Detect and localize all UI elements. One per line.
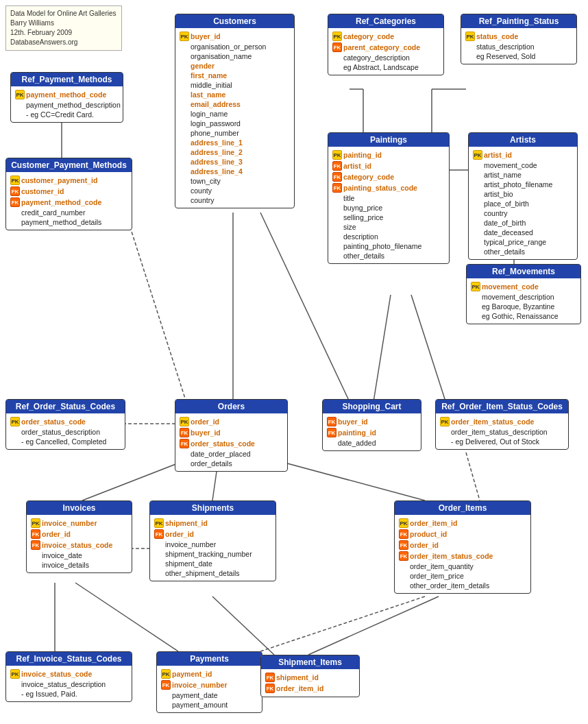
field-name: last_name <box>191 90 225 99</box>
field-row: FK order_item_status_code <box>399 551 526 562</box>
field-row: painting_photo_filename <box>332 241 445 251</box>
field-name: order_item_id <box>276 684 323 692</box>
entity-body-ref-categories: PK category_code FK parent_category_code… <box>328 28 443 75</box>
field-name: shipment_id <box>165 519 208 527</box>
field-name: organisation_name <box>191 52 252 60</box>
field-row: FK invoice_status_code <box>31 540 127 551</box>
field-row: description <box>332 232 445 241</box>
field-name: payment_method_code <box>26 90 106 99</box>
field-row: buyng_price <box>332 203 445 213</box>
svg-line-26 <box>308 596 439 655</box>
entity-title-order-items: Order_Items <box>395 501 530 515</box>
diagram-container: Data Model for Online Art Galleries Barr… <box>0 0 588 724</box>
field-row: PK painting_id <box>332 149 445 160</box>
field-name: shipment_date <box>165 559 212 568</box>
field-row: invoice_details <box>31 560 127 570</box>
field-row: FK shipment_id <box>265 672 355 683</box>
field-row: gender <box>180 61 290 71</box>
field-name: payment_method_code <box>21 198 101 206</box>
entity-body-ref-painting-status: PK status_code status_description eg Res… <box>461 28 576 64</box>
field-name: order_id <box>165 530 194 538</box>
field-name: shipment_tracking_number <box>165 550 252 558</box>
field-name: order_item_id <box>410 519 457 527</box>
field-name: email_address <box>191 100 241 108</box>
field-row: PK invoice_status_code <box>10 668 127 679</box>
field-row: eg Gothic, Renaissance <box>471 311 576 321</box>
field-row: - eg Delivered, Out of Stock <box>440 437 564 446</box>
field-row: order_item_price <box>399 571 526 581</box>
entity-body-paintings: PK painting_id FK artist_id FK category_… <box>328 147 449 263</box>
field-name: address_line_4 <box>191 167 243 176</box>
entity-body-payments: PK payment_id FK invoice_number payment_… <box>157 666 262 712</box>
field-row: PK payment_id <box>161 668 258 679</box>
svg-line-24 <box>75 583 178 651</box>
field-name: address_line_2 <box>191 148 243 156</box>
pk-icon: PK <box>440 417 450 426</box>
field-row: PK buyer_id <box>180 31 290 42</box>
field-name: payment_id <box>172 670 212 678</box>
fk-icon: FK <box>31 529 40 539</box>
field-name: parent_category_code <box>343 43 420 51</box>
entity-ref-payment-methods: Ref_Payment_Methods PK payment_method_co… <box>10 72 123 123</box>
field-name: login_name <box>191 110 228 118</box>
field-row: movement_code <box>473 160 573 170</box>
entity-body-artists: PK artist_id movement_code artist_name a… <box>469 147 577 259</box>
field-row: FK category_code <box>332 171 445 182</box>
field-row: FK order_status_code <box>180 438 283 449</box>
field-name: - eg Issued, Paid. <box>21 690 77 698</box>
field-name: order_status_code <box>21 418 86 426</box>
field-row: PK shipment_id <box>154 518 271 529</box>
field-row: PK order_id <box>180 416 283 427</box>
field-row: PK artist_id <box>473 149 573 160</box>
field-name: buyer_id <box>191 32 221 40</box>
field-name: country <box>191 196 214 204</box>
field-name: address_line_3 <box>191 158 243 166</box>
field-name: credit_card_number <box>21 208 85 217</box>
field-name: selling_price <box>343 213 383 221</box>
fk-icon: FK <box>399 551 408 561</box>
entity-paintings: Paintings PK painting_id FK artist_id FK… <box>328 132 450 264</box>
entity-ref-order-status-codes: Ref_Order_Status_Codes PK order_status_c… <box>5 399 125 450</box>
entity-body-order-items: PK order_item_id FK product_id FK order_… <box>395 515 530 593</box>
field-name: category_code <box>343 32 394 40</box>
field-row: PK customer_payment_id <box>10 175 127 186</box>
fk-icon: FK <box>10 186 20 196</box>
field-row: order_item_quantity <box>399 562 526 571</box>
field-row: PK order_status_code <box>10 416 121 427</box>
field-row: PK order_item_status_code <box>440 416 564 427</box>
field-name: painting_id <box>343 151 382 159</box>
entity-order-items: Order_Items PK order_item_id FK product_… <box>394 500 531 594</box>
field-row: FK customer_id <box>10 186 127 197</box>
field-row: credit_card_number <box>10 208 127 217</box>
field-name: eg Gothic, Renaissance <box>482 312 558 320</box>
entity-title-ref-movements: Ref_Movements <box>467 265 580 278</box>
field-name: status_description <box>476 43 535 51</box>
field-name: invoice_status_code <box>42 541 112 549</box>
field-row: payment_method_details <box>10 217 127 227</box>
field-row: FK artist_id <box>332 160 445 171</box>
field-name: gender <box>191 62 215 70</box>
entity-body-ref-order-status-codes: PK order_status_code order_status_descri… <box>6 413 125 449</box>
field-row: login_password <box>180 119 290 128</box>
entity-invoices: Invoices PK invoice_number FK order_id F… <box>26 500 132 573</box>
field-name: other_shipment_details <box>165 569 240 577</box>
fk-icon: FK <box>332 183 342 193</box>
field-name: buyng_price <box>343 204 382 212</box>
field-name: order_item_status_code <box>410 552 493 560</box>
pk-icon: PK <box>332 150 342 160</box>
field-row: other_details <box>473 247 573 256</box>
field-name: county <box>191 186 212 195</box>
field-row: shipment_tracking_number <box>154 549 271 559</box>
field-row: login_name <box>180 109 290 119</box>
field-name: country <box>484 209 507 217</box>
entity-customer-payment-methods: Customer_Payment_Methods PK customer_pay… <box>5 158 132 230</box>
field-name: invoice_date <box>42 551 82 559</box>
field-name: category_code <box>343 173 394 181</box>
entity-ref-order-item-status-codes: Ref_Order_Item_Status_Codes PK order_ite… <box>435 399 569 450</box>
field-row: FK product_id <box>399 529 526 540</box>
entity-title-ref-categories: Ref_Categories <box>328 14 443 28</box>
entity-body-orders: PK order_id FK buyer_id FK order_status_… <box>175 413 287 471</box>
field-name: payment_amount <box>172 701 228 709</box>
field-name: payment_date <box>172 691 218 699</box>
field-name: size <box>343 223 356 231</box>
